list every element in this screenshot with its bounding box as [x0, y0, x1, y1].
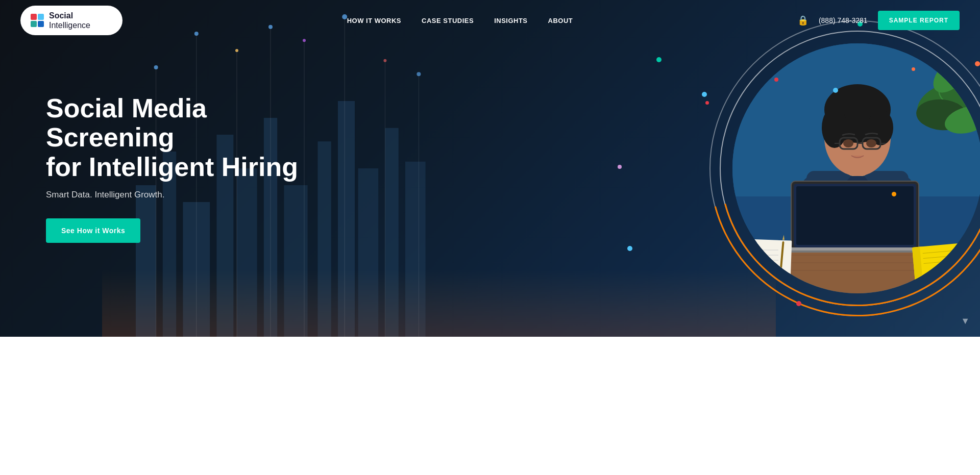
svg-point-27 [416, 72, 421, 76]
phone-number[interactable]: (888) 748-3281 [819, 16, 868, 24]
hero-section: Social Media Screening for Intelligent H… [0, 0, 980, 337]
svg-point-25 [383, 59, 386, 62]
floating-dot-orange [912, 67, 915, 71]
nav-item-how-it-works[interactable]: HOW IT WORKS [347, 16, 401, 25]
hero-title: Social Media Screening for Intelligent H… [46, 94, 327, 182]
nav-right: 🔒 (888) 748-3281 SAMPLE REPORT [797, 11, 960, 30]
person-image-circle [732, 43, 980, 293]
cta-button[interactable]: See How it Works [46, 218, 140, 243]
logo-text: Social Intelligence [49, 11, 90, 30]
frame-dot-top-right [975, 61, 980, 66]
svg-point-53 [843, 139, 853, 147]
nav-item-insights[interactable]: INSIGHTS [494, 16, 527, 25]
scroll-indicator[interactable]: ▼ [961, 316, 970, 327]
floating-dot-blue2 [627, 246, 632, 251]
svg-point-17 [235, 49, 238, 52]
below-hero-section [0, 337, 980, 439]
sample-report-button[interactable]: SAMPLE REPORT [878, 11, 960, 30]
svg-rect-68 [786, 251, 926, 253]
lock-icon[interactable]: 🔒 [797, 15, 808, 26]
nav-link-how-it-works[interactable]: HOW IT WORKS [347, 17, 401, 24]
svg-point-46 [822, 107, 847, 148]
floating-dot-blue [833, 88, 838, 93]
logo[interactable]: Social Intelligence [20, 6, 122, 35]
logo-name-line1: Social [49, 11, 90, 20]
svg-point-54 [866, 139, 876, 147]
floating-dot-red [774, 78, 778, 82]
svg-point-13 [154, 65, 158, 69]
logo-icon [31, 14, 44, 27]
nav-item-about[interactable]: ABOUT [548, 16, 573, 25]
hero-title-line2: for Intelligent Hiring [46, 152, 298, 182]
nav-link-case-studies[interactable]: CASE STUDIES [422, 17, 474, 24]
nav-item-case-studies[interactable]: CASE STUDIES [422, 16, 474, 25]
frame-dot-bottom-left [796, 301, 801, 306]
nav-link-about[interactable]: ABOUT [548, 17, 573, 24]
hero-title-line1: Social Media Screening [46, 93, 207, 152]
hero-content: Social Media Screening for Intelligent H… [46, 94, 327, 243]
person-scene-svg [732, 43, 980, 293]
logo-name-line2: Intelligence [49, 20, 90, 30]
nav-links: HOW IT WORKS CASE STUDIES INSIGHTS ABOUT [347, 16, 573, 25]
navbar: Social Intelligence HOW IT WORKS CASE ST… [0, 0, 980, 41]
hero-image-area [623, 0, 980, 337]
frame-dot-left [702, 92, 707, 97]
floating-dot-purple [618, 165, 622, 169]
oval-frame [704, 15, 980, 321]
nav-link-insights[interactable]: INSIGHTS [494, 17, 527, 24]
hero-subtitle: Smart Data. Intelligent Growth. [46, 190, 327, 200]
